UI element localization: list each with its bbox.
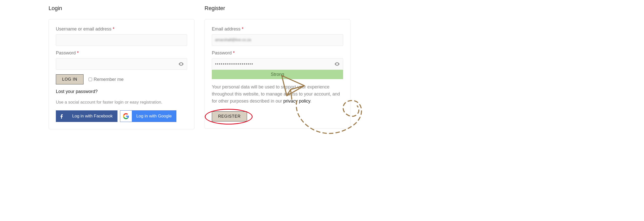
username-label-text: Username or email address (56, 26, 111, 31)
login-password-label: Password * (56, 50, 187, 56)
required-mark: * (113, 26, 114, 31)
required-mark: * (77, 50, 79, 55)
google-login-button[interactable]: Log in with Google (120, 110, 177, 122)
remember-me-checkbox[interactable] (89, 78, 92, 81)
register-email-label: Email address * (212, 26, 343, 32)
username-label: Username or email address * (56, 26, 187, 32)
facebook-login-button[interactable]: Log in with Facebook (56, 110, 117, 122)
remember-me-text: Remember me (94, 77, 124, 82)
google-button-label: Log in with Google (132, 111, 176, 122)
facebook-button-label: Log in with Facebook (68, 111, 117, 122)
username-input[interactable] (56, 34, 187, 46)
register-password-input[interactable] (212, 58, 343, 70)
register-email-value: amarshall@live.co.za (212, 35, 343, 45)
lost-password-link[interactable]: Lost your password? (56, 89, 98, 94)
register-email-label-text: Email address (212, 26, 240, 31)
eye-icon[interactable] (179, 62, 184, 67)
privacy-text-2: . (310, 99, 311, 104)
facebook-icon (56, 111, 68, 122)
login-password-input[interactable] (56, 58, 187, 70)
login-button[interactable]: LOG IN (56, 74, 84, 84)
login-password-label-text: Password (56, 50, 76, 55)
login-panel: Username or email address * Password * L… (49, 19, 194, 129)
required-mark: * (233, 50, 235, 55)
register-title: Register (205, 5, 350, 12)
register-column: Register Email address * amarshall@live.… (205, 5, 350, 129)
register-button[interactable]: REGISTER (212, 111, 247, 121)
required-mark: * (242, 26, 244, 31)
google-icon (120, 111, 132, 122)
privacy-text-1: Your personal data will be used to suppo… (212, 84, 340, 104)
register-password-label: Password * (212, 50, 343, 56)
remember-me-label[interactable]: Remember me (88, 77, 124, 82)
register-password-label-text: Password (212, 50, 232, 55)
register-email-input[interactable]: amarshall@live.co.za (212, 34, 343, 46)
social-helper-text: Use a social account for faster login or… (56, 100, 187, 105)
register-panel: Email address * amarshall@live.co.za Pas… (205, 19, 350, 129)
eye-icon[interactable] (335, 62, 340, 67)
privacy-policy-link[interactable]: privacy policy (283, 99, 310, 104)
privacy-text: Your personal data will be used to suppo… (212, 84, 343, 105)
login-title: Login (49, 5, 194, 12)
login-column: Login Username or email address * Passwo… (49, 5, 194, 129)
